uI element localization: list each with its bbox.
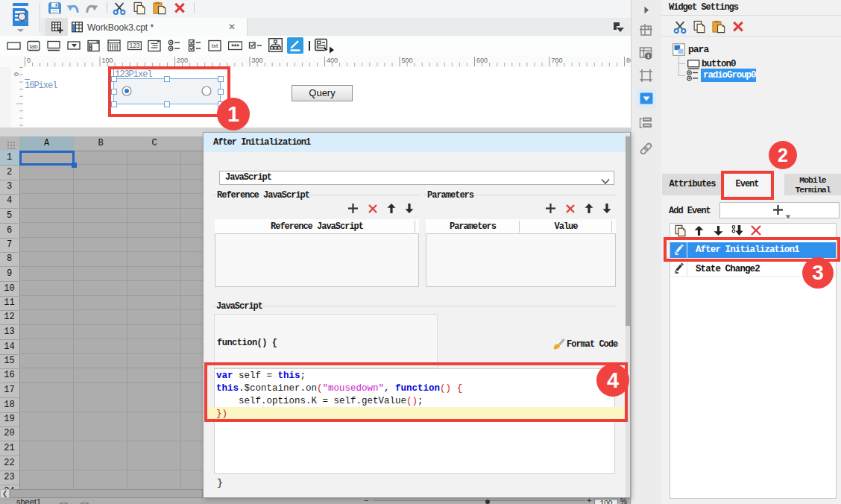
svg-text:lab: lab bbox=[30, 43, 38, 50]
svg-text:0: 0 bbox=[13, 72, 20, 76]
svg-text:0: 0 bbox=[27, 57, 31, 64]
svg-text:txt: txt bbox=[212, 42, 218, 49]
svg-text:***: *** bbox=[231, 42, 239, 50]
svg-text:123: 123 bbox=[129, 42, 139, 49]
